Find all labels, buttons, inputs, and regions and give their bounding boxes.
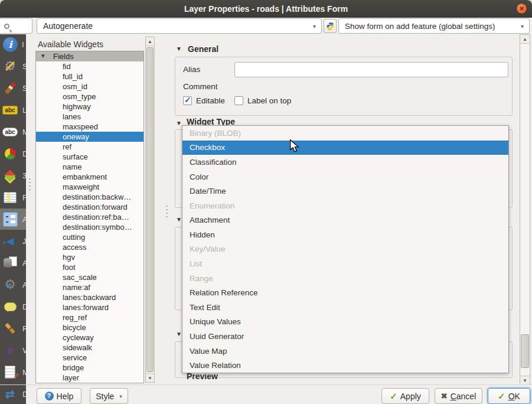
sidebar-tabs: ISSLMD3FAJAADRVMD <box>0 34 26 404</box>
sidebar-item-label: J <box>22 237 26 246</box>
fields-icon <box>2 189 18 206</box>
field-item-destination-ref-ba-[interactable]: destination:ref:ba… <box>36 212 143 222</box>
field-item-reg_ref[interactable]: reg_ref <box>36 312 143 322</box>
field-item-service[interactable]: service <box>36 353 143 363</box>
scrollbar-thumb[interactable] <box>521 334 529 368</box>
close-icon[interactable] <box>516 3 527 14</box>
alias-input[interactable] <box>234 62 508 77</box>
widget-type-option-date-time[interactable]: Date/Time <box>182 184 508 198</box>
scroll-up-icon[interactable]: ▲ <box>520 35 530 44</box>
show-form-select[interactable]: Show form on add feature (global setting… <box>338 18 530 34</box>
scroll-down-icon[interactable]: ▼ <box>520 376 530 385</box>
field-item-ref[interactable]: ref <box>36 142 143 152</box>
scroll-up-icon[interactable]: ▲ <box>146 37 154 46</box>
information-icon <box>3 37 18 52</box>
sidebar-item-fields[interactable]: F <box>0 187 26 208</box>
scroll-down-icon[interactable]: ▼ <box>146 373 154 382</box>
sidebar-item-auxiliary-storage[interactable]: A <box>0 252 26 273</box>
cancel-button[interactable]: ✖ Cancel <box>435 388 482 404</box>
field-item-sidewalk[interactable]: sidewalk <box>36 343 143 353</box>
field-item-cutting[interactable]: cutting <box>36 232 143 242</box>
widget-type-option-hidden[interactable]: Hidden <box>182 227 508 242</box>
sidebar-item-information[interactable]: I <box>0 34 26 55</box>
sidebar-item-diagrams[interactable]: D <box>0 143 26 164</box>
sidebar-item-source[interactable]: S <box>0 56 26 77</box>
widget-type-option-checkbox[interactable]: Checkbox <box>182 141 508 155</box>
field-item-cycleway[interactable]: cycleway <box>36 333 143 343</box>
sidebar-item-label: L <box>22 106 26 115</box>
widget-type-option-classification[interactable]: Classification <box>182 155 508 170</box>
titlebar: Layer Properties - roads | Attributes Fo… <box>0 0 532 18</box>
field-item-full_id[interactable]: full_id <box>36 71 143 82</box>
widget-type-option-color[interactable]: Color <box>182 170 508 184</box>
form-layout-select[interactable]: Autogenerate ▾ <box>37 18 322 34</box>
collapse-triangle-icon[interactable]: ▼ <box>175 45 182 52</box>
fields-tree-root[interactable]: Fields <box>36 51 143 61</box>
sidebar-item-label: D <box>22 302 26 311</box>
field-item-oneway[interactable]: oneway <box>36 132 143 142</box>
x-icon: ✖ <box>441 392 448 400</box>
widget-type-option-uuid-generator[interactable]: Uuid Generator <box>182 329 508 344</box>
search-input[interactable] <box>0 18 32 34</box>
apply-button[interactable]: ✓ Apply <box>381 388 429 404</box>
sidebar-item-display[interactable]: D <box>0 296 26 317</box>
python-init-button[interactable] <box>324 19 337 33</box>
comment-label: Comment <box>183 82 218 91</box>
field-item-osm_id[interactable]: osm_id <box>36 82 143 92</box>
widget-type-option-attachment[interactable]: Attachment <box>182 213 508 228</box>
field-item-foot[interactable]: foot <box>36 262 143 272</box>
help-button[interactable]: ? Help <box>37 388 81 404</box>
editable-checkbox[interactable] <box>183 96 192 105</box>
sidebar-item-attributes-form[interactable]: A <box>0 208 26 230</box>
field-item-destination-backw-[interactable]: destination:backw… <box>36 192 143 202</box>
field-item-lanes-backward[interactable]: lanes:backward <box>36 292 143 302</box>
sidebar-item-rendering[interactable]: R <box>0 318 26 339</box>
field-item-maxweight[interactable]: maxweight <box>36 182 143 192</box>
field-item-surface[interactable]: surface <box>36 152 143 162</box>
scrollbar-thumb[interactable] <box>146 47 154 372</box>
field-item-lanes[interactable]: lanes <box>36 112 143 122</box>
sidebar-item-actions[interactable]: A <box>0 274 26 295</box>
field-item-layer[interactable]: layer <box>36 373 143 383</box>
field-item-destination-symbo-[interactable]: destination:symbo… <box>36 222 143 232</box>
field-item-name-af[interactable]: name:af <box>36 282 143 292</box>
field-item-hgv[interactable]: hgv <box>36 252 143 262</box>
splitter-handle[interactable] <box>166 206 168 220</box>
field-item-bicycle[interactable]: bicycle <box>36 322 143 333</box>
sidebar-item-metadata[interactable]: M <box>0 361 26 383</box>
fields-scrollbar[interactable]: ▲ ▼ <box>145 37 155 383</box>
field-item-osm_type[interactable]: osm_type <box>36 92 143 102</box>
field-item-sac_scale[interactable]: sac_scale <box>36 272 143 282</box>
sidebar-item-dependencies[interactable]: D <box>0 383 26 404</box>
ok-button[interactable]: ✓ OK <box>488 388 530 404</box>
style-button[interactable]: Style ▾ <box>90 388 128 404</box>
splitter-handle[interactable] <box>29 178 31 193</box>
field-item-highway[interactable]: highway <box>36 102 143 112</box>
field-item-embankment[interactable]: embankment <box>36 172 143 182</box>
chevron-down-icon: ▾ <box>313 23 316 30</box>
sidebar-item-3d-view[interactable]: 3 <box>0 165 26 186</box>
widget-type-option-value-map[interactable]: Value Map <box>182 344 508 359</box>
dialog-scrollbar[interactable]: ▲ ▼ <box>520 34 530 385</box>
sidebar-item-label: M <box>22 368 26 377</box>
field-item-access[interactable]: access <box>36 242 143 252</box>
widget-type-option-value-relation[interactable]: Value Relation <box>182 358 508 373</box>
sidebar-item-joins[interactable]: J <box>0 230 26 252</box>
field-item-destination-forward[interactable]: destination:forward <box>36 202 143 212</box>
field-item-fid[interactable]: fid <box>36 61 143 71</box>
widget-type-popup: Binary (BLOB)CheckboxClassificationColor… <box>182 125 509 373</box>
sidebar-item-label: V <box>22 346 26 355</box>
widget-type-option-relation-reference[interactable]: Relation Reference <box>182 285 508 300</box>
field-item-lanes-forward[interactable]: lanes:forward <box>36 302 143 312</box>
sidebar-item-symbology[interactable]: S <box>0 77 26 99</box>
widget-type-option-text-edit[interactable]: Text Edit <box>182 300 508 315</box>
field-item-name[interactable]: name <box>36 162 143 172</box>
label-on-top-checkbox[interactable] <box>234 96 243 105</box>
sidebar-item-variables[interactable]: V <box>0 340 26 361</box>
field-item-bridge[interactable]: bridge <box>36 363 143 373</box>
field-item-maxspeed[interactable]: maxspeed <box>36 122 143 132</box>
widget-type-option-unique-values[interactable]: Unique Values <box>182 315 508 330</box>
widget-type-option-binary-blob-: Binary (BLOB) <box>182 126 508 141</box>
sidebar-item-labels[interactable]: L <box>0 99 26 120</box>
sidebar-item-masks[interactable]: M <box>0 121 26 142</box>
